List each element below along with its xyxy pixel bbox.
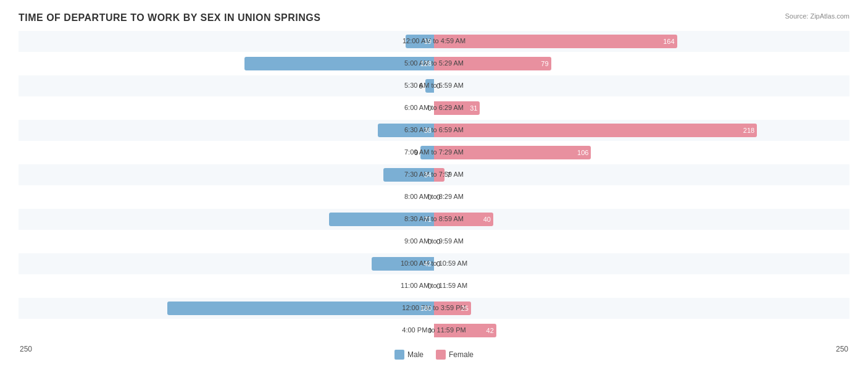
chart-row: 42010:00 AM to 10:59 AM (19, 253, 849, 274)
legend-female-label: Female (449, 350, 474, 359)
male-value: 42 (424, 260, 432, 268)
female-bar (434, 146, 591, 159)
female-value: 31 (470, 104, 477, 112)
chart-row: 3477:30 AM to 7:59 AM (19, 164, 849, 185)
male-value: 9 (414, 149, 418, 156)
female-value: 79 (541, 60, 548, 67)
female-value: 0 (436, 82, 440, 90)
chart-row: 0316:00 AM to 6:29 AM (19, 98, 849, 119)
male-value: 0 (428, 193, 432, 201)
chart-row: 71408:30 AM to 8:59 AM (19, 209, 849, 230)
male-value: 0 (428, 327, 432, 334)
row-label: 11:00 AM to 11:59 AM (401, 282, 467, 289)
male-value: 38 (424, 127, 432, 134)
axis-left: 250 (20, 345, 32, 360)
source-text: Source: ZipAtlas.com (785, 12, 849, 20)
male-value: 0 (428, 104, 432, 112)
row-label: 9:00 AM to 9:59 AM (404, 237, 464, 245)
female-value: 40 (483, 216, 491, 223)
male-value: 0 (428, 238, 432, 245)
male-value: 180 (420, 305, 432, 312)
male-bar (167, 302, 434, 315)
male-bar (425, 79, 434, 93)
female-bar (434, 168, 444, 182)
male-value: 0 (428, 282, 432, 290)
row-label: 5:30 AM to 5:59 AM (404, 82, 464, 89)
male-value: 128 (420, 60, 432, 67)
female-value: 0 (436, 238, 440, 245)
female-value: 0 (436, 260, 440, 268)
chart-row: 0011:00 AM to 11:59 AM (19, 276, 849, 297)
female-value: 0 (436, 282, 440, 290)
legend-male: Male (394, 350, 424, 360)
female-value: 42 (486, 327, 494, 334)
male-bar (420, 146, 434, 159)
chart-row: 91067:00 AM to 7:29 AM (19, 142, 849, 163)
axis-right: 250 (836, 345, 848, 360)
female-value: 0 (436, 193, 440, 201)
legend-female: Female (436, 350, 474, 360)
female-value: 7 (447, 171, 451, 179)
male-value: 19 (424, 38, 432, 45)
chart-row: 008:00 AM to 8:29 AM (19, 187, 849, 208)
male-value: 34 (424, 171, 432, 179)
chart-title: TIME OF DEPARTURE TO WORK BY SEX IN UNIO… (19, 12, 849, 23)
chart-row: 0424:00 PM to 11:59 PM (19, 320, 849, 341)
male-bar (329, 213, 434, 226)
chart-row: 128795:00 AM to 5:29 AM (19, 53, 849, 74)
female-value: 164 (663, 38, 674, 45)
chart-row: 605:30 AM to 5:59 AM (19, 75, 849, 96)
female-value: 25 (461, 305, 469, 312)
legend: Male Female (394, 350, 474, 360)
legend-male-box (394, 350, 404, 360)
female-bar (434, 35, 677, 48)
chart-row: 382186:30 AM to 6:59 AM (19, 120, 849, 141)
legend-female-box (436, 350, 446, 360)
male-value: 71 (424, 216, 432, 223)
female-value: 106 (577, 149, 588, 156)
female-value: 218 (743, 127, 754, 134)
legend-male-label: Male (407, 350, 424, 359)
female-bar (434, 124, 757, 137)
female-bar (434, 57, 551, 70)
chart-row: 1802512:00 PM to 3:59 PM (19, 298, 849, 319)
chart-row: 009:00 AM to 9:59 AM (19, 231, 849, 252)
chart-row: 1916412:00 AM to 4:59 AM (19, 31, 849, 52)
male-bar (244, 57, 434, 70)
row-label: 8:00 AM to 8:29 AM (404, 193, 464, 200)
chart-container: TIME OF DEPARTURE TO WORK BY SEX IN UNIO… (0, 0, 868, 367)
male-value: 6 (419, 82, 422, 90)
